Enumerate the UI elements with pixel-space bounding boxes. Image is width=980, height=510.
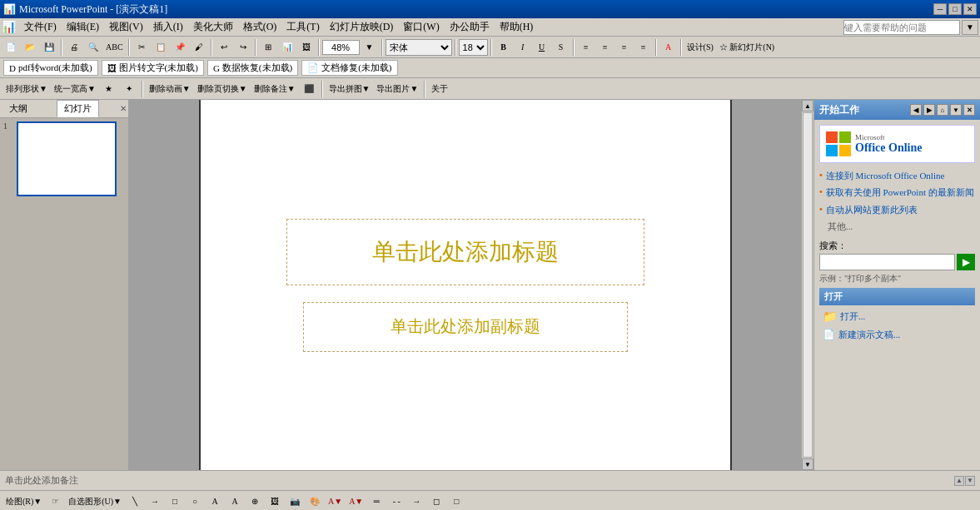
star-btn[interactable]: ★ <box>100 80 118 98</box>
preview-btn[interactable]: 🔍 <box>84 38 102 57</box>
scroll-thumb[interactable] <box>803 112 813 458</box>
help-search-btn[interactable]: ▼ <box>962 20 978 35</box>
3d-btn[interactable]: □ <box>447 493 465 511</box>
panel-link-2[interactable]: 获取有关使用 PowerPoint 的最新新闻 <box>819 186 975 198</box>
panel-close-btn[interactable]: ✕ <box>120 104 127 113</box>
menu-view[interactable]: 视图(V) <box>104 18 148 36</box>
uniform-width-btn[interactable]: 统一宽高▼ <box>52 80 98 98</box>
tab-outline[interactable]: 大纲 <box>2 100 35 117</box>
panel-back-btn[interactable]: ◀ <box>910 104 922 116</box>
italic-btn[interactable]: I <box>514 38 532 57</box>
scroll-down-btn[interactable]: ▼ <box>802 458 813 470</box>
format-painter-btn[interactable]: 🖌 <box>190 38 208 57</box>
shadow-btn[interactable]: ◻ <box>427 493 445 511</box>
insert-table-btn[interactable]: ⊞ <box>259 38 277 57</box>
pdf-to-word-btn[interactable]: D pdf转word(未加载) <box>3 60 98 76</box>
align-center-btn[interactable]: ≡ <box>596 38 614 57</box>
close-button[interactable]: ✕ <box>963 3 977 15</box>
textbox-btn[interactable]: A <box>206 493 224 511</box>
slide-canvas[interactable]: 单击此处添加标题 单击此处添加副标题 <box>199 100 732 470</box>
slides-panel[interactable]: 1 <box>0 118 128 470</box>
notes-scroll-down[interactable]: ▼ <box>965 476 975 486</box>
autoshape-btn[interactable]: 自选图形(U)▼ <box>66 493 124 511</box>
menu-file[interactable]: 文件(F) <box>19 18 62 36</box>
menu-format[interactable]: 格式(O) <box>238 18 282 36</box>
slide-thumb-1[interactable]: 1 <box>3 121 125 196</box>
menu-insert[interactable]: 插入(I) <box>148 18 188 36</box>
menu-slideshow[interactable]: 幻灯片放映(D) <box>325 18 399 36</box>
notes-bar[interactable]: 单击此处添加备注 ▲ ▼ <box>0 470 980 490</box>
panel-home-btn[interactable]: ⌂ <box>937 104 948 116</box>
save-btn[interactable]: 💾 <box>40 38 58 57</box>
print-btn[interactable]: 🖨 <box>65 38 83 57</box>
font-color-draw-btn[interactable]: A▼ <box>346 493 366 511</box>
tab-slides[interactable]: 幻灯片 <box>57 100 99 117</box>
panel-dropdown-btn[interactable]: ▼ <box>950 104 962 116</box>
menu-beautify[interactable]: 美化大师 <box>188 18 238 36</box>
align-left-btn[interactable]: ≡ <box>577 38 595 57</box>
zoom-dropdown[interactable]: ▼ <box>361 38 379 57</box>
about-btn[interactable]: 关于 <box>429 80 450 98</box>
del-trans-btn[interactable]: 删除页切换▼ <box>195 80 250 98</box>
panel-close-btn[interactable]: ✕ <box>963 104 975 116</box>
menu-help[interactable]: 帮助(H) <box>495 18 539 36</box>
maximize-button[interactable]: □ <box>948 3 962 15</box>
rect-btn[interactable]: □ <box>166 493 184 511</box>
undo-btn[interactable]: ↩ <box>215 38 233 57</box>
slide-preview-1[interactable] <box>17 121 117 196</box>
draw-menu-btn[interactable]: 绘图(R)▼ <box>3 493 44 511</box>
arrow-btn[interactable]: → <box>146 493 164 511</box>
design-btn[interactable]: 设计(S) <box>684 38 716 57</box>
fill-color-btn[interactable]: 🎨 <box>306 493 324 511</box>
panel-search-go[interactable]: ▶ <box>957 254 975 270</box>
menu-assistant[interactable]: 办公助手 <box>445 18 495 36</box>
paste-btn[interactable]: 📌 <box>171 38 189 57</box>
arrow-style-btn[interactable]: → <box>407 493 425 511</box>
new-btn[interactable]: 📄 <box>2 38 20 57</box>
title-placeholder[interactable]: 单击此处添加标题 <box>286 219 644 285</box>
del-anim-btn[interactable]: 删除动画▼ <box>147 80 193 98</box>
menu-tools[interactable]: 工具(T) <box>281 18 324 36</box>
panel-forward-btn[interactable]: ▶ <box>923 104 935 116</box>
font-select[interactable]: 宋体 <box>386 39 452 56</box>
data-recovery-btn[interactable]: G 数据恢复(未加载) <box>207 60 298 76</box>
menu-edit[interactable]: 编辑(E) <box>62 18 104 36</box>
notes-scroll-up[interactable]: ▲ <box>954 476 964 486</box>
zoom-input[interactable] <box>322 40 360 55</box>
redo-btn[interactable]: ↪ <box>234 38 252 57</box>
diamond-btn[interactable]: ✦ <box>120 80 138 98</box>
open-btn[interactable]: 📂 <box>21 38 39 57</box>
help-search-input[interactable] <box>843 20 960 35</box>
export-img-btn[interactable]: 导出图片▼ <box>374 80 420 98</box>
font-size-select[interactable]: 18 <box>459 39 488 56</box>
doc-repair-btn[interactable]: 📄 文档修复(未加载) <box>301 60 397 76</box>
subtitle-placeholder[interactable]: 单击此处添加副标题 <box>303 302 628 352</box>
oval-btn[interactable]: ○ <box>186 493 204 511</box>
panel-link-1[interactable]: 连接到 Microsoft Office Online <box>819 170 975 181</box>
dash-style-btn[interactable]: - - <box>387 493 405 511</box>
new-file-btn[interactable]: 📄 新建演示文稿... <box>819 328 975 342</box>
clipart-btn[interactable]: 🖼 <box>266 493 284 511</box>
insert-image-btn[interactable]: 🖼 <box>297 38 316 57</box>
underline-btn[interactable]: U <box>533 38 551 57</box>
insert-chart-btn[interactable]: 📊 <box>278 38 296 57</box>
minimize-button[interactable]: ─ <box>933 3 947 15</box>
scroll-up-btn[interactable]: ▲ <box>802 100 813 111</box>
justify-btn[interactable]: ≡ <box>634 38 653 57</box>
menu-window[interactable]: 窗口(W) <box>398 18 444 36</box>
export-puzzle-btn[interactable]: 导出拼图▼ <box>326 80 373 98</box>
arrange-shapes-btn[interactable]: 排列形状▼ <box>3 80 50 98</box>
font-color-btn[interactable]: A <box>659 38 678 57</box>
line-btn[interactable]: ╲ <box>126 493 144 511</box>
line-style-btn[interactable]: ═ <box>367 493 386 511</box>
other-link[interactable]: 其他... <box>828 220 975 233</box>
open-file-btn[interactable]: 📁 打开... <box>819 309 975 324</box>
line-color-btn[interactable]: A▼ <box>326 493 345 511</box>
select-tool-btn[interactable]: ☞ <box>46 493 64 511</box>
wordart-btn[interactable]: A <box>226 493 244 511</box>
strikethrough-btn[interactable]: S <box>552 38 570 57</box>
panel-search-input[interactable] <box>819 254 955 270</box>
panel-link-3[interactable]: 自动从网站更新此列表 <box>819 204 975 215</box>
black-btn[interactable]: ⬛ <box>300 80 318 98</box>
img-to-text-btn[interactable]: 🖼 图片转文字(未加载) <box>102 60 204 76</box>
